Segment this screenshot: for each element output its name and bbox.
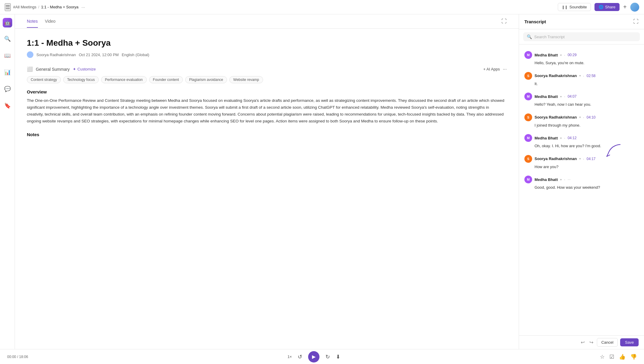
dot-5: · <box>564 136 565 140</box>
current-time: 00:00 <box>7 355 16 359</box>
share-button[interactable]: 🌐 Share <box>594 3 620 11</box>
transcript-entry-4: S Soorya Radhakrishnan ▾ · 04:10 I joine… <box>519 110 644 131</box>
play-button[interactable]: ▶ <box>308 351 319 363</box>
dot-6: · <box>583 156 584 161</box>
share-globe-icon: 🌐 <box>599 5 603 9</box>
add-button[interactable]: + <box>623 4 627 10</box>
overview-text: The One-on-One Performance Review and Co… <box>27 97 507 125</box>
transcript-entry-1: M Medha Bhatt ▾ · 00:29 Hello, Surya, yo… <box>519 48 644 69</box>
tag-content-strategy[interactable]: Content strategy <box>27 76 61 83</box>
entry-text-7: Good, good. How was your weekend? <box>524 185 639 191</box>
forward-button[interactable]: ↻ <box>325 354 330 360</box>
bottom-right-controls: ☆ ☑ 👍 👎 <box>600 354 637 360</box>
avatar-soorya-6: S <box>524 155 532 163</box>
topbar-right: ❙❙ Soundbite 🌐 Share + <box>558 3 639 12</box>
host-avatar <box>27 51 33 58</box>
speaker-name-6: Soorya Radhakrishnan <box>535 156 577 161</box>
entry-text-4: I joined through my phone. <box>524 122 639 128</box>
timestamp-3[interactable]: 04:07 <box>568 94 577 99</box>
chevron-down-icon-2: ▾ <box>579 74 581 77</box>
dot-2: · <box>583 73 584 78</box>
timestamp-6[interactable]: 04:17 <box>587 157 596 161</box>
thumbsup-button[interactable]: 👍 <box>619 354 626 360</box>
tag-plagiarism-avoidance[interactable]: Plagiarism avoidance <box>185 76 227 83</box>
entry-header-1: M Medha Bhatt ▾ · 00:29 <box>524 51 639 59</box>
breadcrumb-current: 1:1 - Medha + Soorya <box>41 5 78 9</box>
customize-label: Customize <box>78 67 96 71</box>
breadcrumb-parent[interactable]: #All Meetings <box>13 5 36 9</box>
chevron-down-icon-4: ▾ <box>579 116 581 119</box>
menu-button[interactable]: ☰ <box>5 3 11 11</box>
check-button[interactable]: ☑ <box>609 354 614 360</box>
tab-notes[interactable]: Notes <box>27 15 38 28</box>
sidebar-item-library[interactable]: 📖 <box>2 50 13 61</box>
total-time: 18:06 <box>19 355 28 359</box>
notes-section-title: Notes <box>27 132 507 137</box>
summary-header: ⬜ General Summary ✦ Customize + AI Apps … <box>27 66 507 72</box>
search-icon: 🔍 <box>527 34 532 39</box>
transcript-entry-6: S Soorya Radhakrishnan ▾ · 04:17 How are… <box>519 152 644 173</box>
tag-technology-focus[interactable]: Technology focus <box>63 76 99 83</box>
dot-4: · <box>583 115 584 120</box>
ai-apps-button[interactable]: + AI Apps <box>483 67 500 71</box>
transcript-expand-button[interactable]: ⛶ <box>633 19 639 25</box>
entry-text-2: It. <box>524 81 639 87</box>
speaker-name-7: Medha Bhatt <box>535 177 558 182</box>
summary-icon: ⬜ <box>27 66 33 72</box>
transcript-header: Transcript ⛶ <box>519 14 644 29</box>
undo-button[interactable]: ↩ <box>580 338 586 346</box>
sidebar-item-bookmarks[interactable]: 🔖 <box>2 100 13 111</box>
sidebar-item-chat[interactable]: 💬 <box>2 84 13 94</box>
timestamp-7[interactable]: ··· <box>568 177 571 182</box>
tag-performance-evaluation[interactable]: Performance evaluation <box>101 76 147 83</box>
playback-controls: 1× ↺ ▶ ↻ ⬇ <box>288 351 341 363</box>
thumbsdown-button[interactable]: 👎 <box>630 354 637 360</box>
more-options-button[interactable]: ··· <box>503 67 507 72</box>
chevron-down-icon-3: ▾ <box>560 95 562 98</box>
tab-video[interactable]: Video <box>45 15 56 28</box>
timestamp-1[interactable]: 00:29 <box>568 53 577 57</box>
timestamp-4[interactable]: 04:10 <box>587 115 596 119</box>
entry-header-7: M Medha Bhatt ▾ · ··· <box>524 176 639 183</box>
customize-button[interactable]: ✦ Customize <box>73 67 96 71</box>
chat-icon: 💬 <box>4 86 11 92</box>
save-button[interactable]: Save <box>620 338 639 346</box>
meeting-meta: Soorya Radhakrishnan Oct 21 2024, 12:00 … <box>27 51 507 58</box>
transcript-entry-2: S Soorya Radhakrishnan ▾ · 02:58 It. <box>519 69 644 90</box>
tag-founder-content[interactable]: Founder content <box>149 76 183 83</box>
soundbite-label: Soundbite <box>569 5 587 9</box>
rewind-button[interactable]: ↺ <box>298 354 302 360</box>
transcript-entry-3: M Medha Bhatt ▾ · 04:07 Hello? Yeah, now… <box>519 90 644 110</box>
meeting-title: 1:1 - Medha + Soorya <box>27 38 507 48</box>
timestamp-5[interactable]: 04:12 <box>568 136 577 140</box>
speaker-name-4: Soorya Radhakrishnan <box>535 115 577 119</box>
speed-button[interactable]: 1× <box>288 354 292 359</box>
topbar-left: ☰ #All Meetings / 1:1 - Medha + Soorya ·… <box>5 3 85 11</box>
notes-expand-button[interactable]: ⛶ <box>501 18 507 24</box>
avatar-medha-5: M <box>524 134 532 142</box>
topbar: ☰ #All Meetings / 1:1 - Medha + Soorya ·… <box>0 0 644 14</box>
cancel-button[interactable]: Cancel <box>597 338 618 347</box>
book-icon: 📖 <box>4 52 11 59</box>
sidebar-logo[interactable]: 🤖 <box>3 18 12 27</box>
search-icon: 🔍 <box>4 36 11 42</box>
star-button[interactable]: ☆ <box>600 354 605 360</box>
download-button[interactable]: ⬇ <box>336 354 340 360</box>
sidebar-item-search[interactable]: 🔍 <box>2 33 13 44</box>
chevron-down-icon-5: ▾ <box>560 136 562 140</box>
content-area: Notes Video ⛶ 1:1 - Medha + Soorya Soory… <box>15 14 644 349</box>
timestamp-2[interactable]: 02:58 <box>587 74 596 78</box>
search-input[interactable] <box>534 35 636 39</box>
entry-text-1: Hello, Surya, you're on mute. <box>524 60 639 66</box>
sidebar-item-analytics[interactable]: 📊 <box>2 67 13 78</box>
transcript-entry-7: M Medha Bhatt ▾ · ··· Good, good. How wa… <box>519 173 644 193</box>
tag-website-revamp[interactable]: Website revamp <box>229 76 263 83</box>
soundbite-button[interactable]: ❙❙ Soundbite <box>558 3 591 11</box>
summary-label: General Summary <box>36 67 70 72</box>
summary-header-right: + AI Apps ··· <box>483 67 507 72</box>
transcript-body: M Medha Bhatt ▾ · 00:29 Hello, Surya, yo… <box>519 44 644 335</box>
redo-button[interactable]: ↪ <box>588 338 594 346</box>
more-menu-button[interactable]: ··· <box>81 5 85 10</box>
entry-header-5: M Medha Bhatt ▾ · 04:12 <box>524 134 639 142</box>
notes-body: 1:1 - Medha + Soorya Soorya Radhakrishna… <box>15 29 519 349</box>
